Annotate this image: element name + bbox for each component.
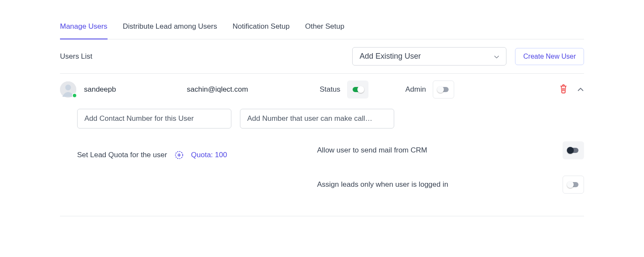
create-new-user-button[interactable]: Create New User bbox=[515, 48, 584, 65]
tab-distribute-lead[interactable]: Distribute Lead among Users bbox=[123, 17, 217, 39]
setting-allow-mail-toggle[interactable] bbox=[563, 141, 584, 159]
presence-indicator bbox=[72, 93, 77, 98]
status-cell: Status bbox=[320, 81, 405, 99]
status-label: Status bbox=[320, 85, 340, 94]
add-quota-icon[interactable] bbox=[175, 151, 183, 159]
call-number-input[interactable] bbox=[240, 109, 394, 128]
settings-grid: Set Lead Quota for the user Quota: 100 A… bbox=[77, 139, 584, 207]
setting-assign-leads-label: Assign leads only when user is logged in bbox=[317, 180, 448, 189]
admin-cell: Admin bbox=[405, 81, 491, 99]
page-footer: Cancel Save Company ( Draft ) bbox=[0, 233, 644, 257]
switch-off-icon bbox=[568, 148, 578, 153]
tab-manage-users[interactable]: Manage Users bbox=[60, 17, 108, 39]
tab-notification-setup[interactable]: Notification Setup bbox=[233, 17, 290, 39]
switch-on-icon bbox=[353, 87, 363, 92]
user-name: sandeepb bbox=[84, 85, 187, 94]
setting-assign-leads-toggle[interactable] bbox=[563, 176, 584, 194]
collapse-icon[interactable] bbox=[577, 86, 584, 93]
user-details: Set Lead Quota for the user Quota: 100 A… bbox=[60, 105, 584, 207]
svg-point-1 bbox=[65, 85, 71, 90]
switch-off-icon bbox=[568, 182, 578, 187]
users-list-header: Users List Add Existing User Create New … bbox=[60, 39, 584, 74]
admin-toggle[interactable] bbox=[433, 81, 454, 99]
tab-bar: Manage Users Distribute Lead among Users… bbox=[60, 17, 584, 39]
setting-assign-leads: Assign leads only when user is logged in bbox=[317, 173, 584, 196]
user-email: sachin@iqlect.com bbox=[187, 85, 320, 94]
toggle-settings-column: Allow user to send mail from CRM Assign … bbox=[317, 139, 584, 207]
add-existing-user-selected: Add Existing User bbox=[359, 52, 421, 61]
user-row-expanded: sandeepb sachin@iqlect.com Status Admin bbox=[60, 74, 584, 216]
avatar bbox=[60, 81, 76, 98]
page-container: Manage Users Distribute Lead among Users… bbox=[0, 0, 644, 233]
setting-allow-mail: Allow user to send mail from CRM bbox=[317, 139, 584, 162]
status-toggle[interactable] bbox=[347, 81, 368, 99]
quota-column: Set Lead Quota for the user Quota: 100 bbox=[77, 139, 317, 159]
switch-off-icon bbox=[438, 87, 449, 92]
admin-label: Admin bbox=[405, 85, 426, 94]
users-list-title: Users List bbox=[60, 52, 352, 61]
add-existing-user-select[interactable]: Add Existing User bbox=[352, 47, 506, 66]
user-row: sandeepb sachin@iqlect.com Status Admin bbox=[60, 74, 584, 105]
row-actions bbox=[559, 84, 584, 95]
quota-label: Set Lead Quota for the user bbox=[77, 151, 167, 159]
setting-allow-mail-label: Allow user to send mail from CRM bbox=[317, 146, 427, 155]
phone-inputs-row bbox=[77, 109, 584, 128]
contact-number-input[interactable] bbox=[77, 109, 231, 128]
quota-value: Quota: 100 bbox=[191, 151, 227, 159]
delete-icon[interactable] bbox=[559, 84, 568, 95]
tab-other-setup[interactable]: Other Setup bbox=[305, 17, 344, 39]
dropdown-caret-icon bbox=[494, 52, 499, 61]
